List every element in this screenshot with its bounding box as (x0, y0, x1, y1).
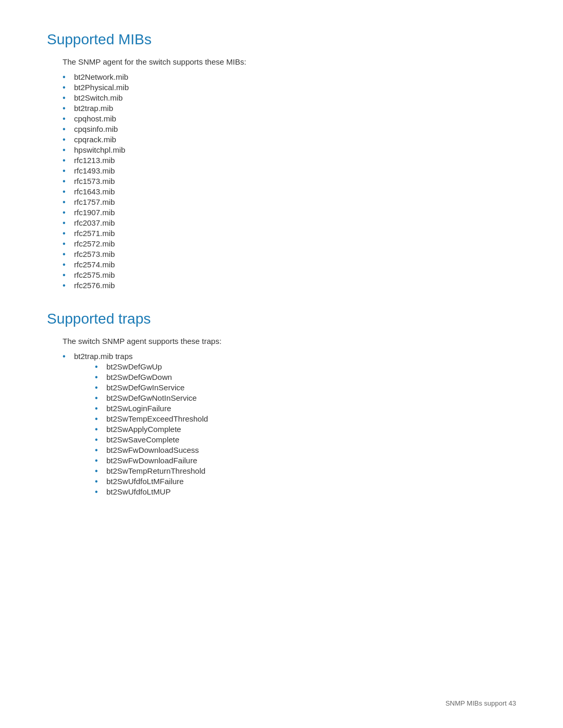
footer-text: SNMP MIBs support 43 (445, 699, 516, 707)
list-item: bt2SwTempExceedThreshold (95, 414, 516, 423)
list-item: rfc2572.mib (63, 239, 516, 248)
list-item: bt2SwFwDownloadFailure (95, 456, 516, 465)
list-item: bt2SwDefGwUp (95, 362, 516, 371)
list-item: rfc2576.mib (63, 281, 516, 290)
list-item: bt2SwUfdfoLtMUP (95, 487, 516, 496)
supported-traps-intro: The switch SNMP agent supports these tra… (63, 337, 516, 346)
list-item: rfc1757.mib (63, 198, 516, 206)
list-item: bt2SwApplyComplete (95, 425, 516, 434)
list-item: bt2trap.mib (63, 104, 516, 113)
supported-traps-list: bt2trap.mib traps bt2SwDefGwUp bt2SwDefG… (63, 352, 516, 496)
list-item: bt2trap.mib traps bt2SwDefGwUp bt2SwDefG… (63, 352, 516, 496)
list-item: rfc2571.mib (63, 229, 516, 238)
list-item: rfc2574.mib (63, 260, 516, 269)
section-supported-mibs: Supported MIBs The SNMP agent for the sw… (47, 31, 516, 290)
list-item: cpqhost.mib (63, 114, 516, 123)
page-footer: SNMP MIBs support 43 (445, 699, 516, 707)
list-item: bt2SwTempReturnThreshold (95, 466, 516, 475)
supported-traps-title: Supported traps (47, 311, 516, 327)
list-item: bt2SwDefGwNotInService (95, 393, 516, 402)
list-item: bt2SwUfdfoLtMFailure (95, 477, 516, 486)
list-item: rfc2575.mib (63, 270, 516, 279)
list-item: bt2SwDefGwDown (95, 373, 516, 381)
list-item: rfc1493.mib (63, 166, 516, 175)
list-item: rfc1213.mib (63, 156, 516, 165)
list-item: bt2SwSaveComplete (95, 435, 516, 444)
list-item: bt2SwFwDownloadSucess (95, 446, 516, 454)
list-item: bt2SwDefGwInService (95, 383, 516, 392)
supported-mibs-list: bt2Network.mib bt2Physical.mib bt2Switch… (63, 72, 516, 290)
list-item: bt2Physical.mib (63, 83, 516, 92)
list-item: rfc2573.mib (63, 250, 516, 258)
list-item: rfc1643.mib (63, 187, 516, 196)
list-item: hpswitchpl.mib (63, 145, 516, 154)
list-item: cpqrack.mib (63, 135, 516, 144)
list-item: cpqsinfo.mib (63, 125, 516, 133)
section-supported-traps: Supported traps The switch SNMP agent su… (47, 311, 516, 496)
list-item: bt2Network.mib (63, 72, 516, 81)
page-content: Supported MIBs The SNMP agent for the sw… (0, 0, 563, 553)
list-item: bt2Switch.mib (63, 93, 516, 102)
list-item: rfc1907.mib (63, 208, 516, 217)
supported-mibs-intro: The SNMP agent for the switch supports t… (63, 57, 516, 66)
supported-mibs-title: Supported MIBs (47, 31, 516, 48)
sub-traps-list: bt2SwDefGwUp bt2SwDefGwDown bt2SwDefGwIn… (95, 362, 516, 496)
list-item: rfc2037.mib (63, 218, 516, 227)
list-item: bt2SwLoginFailure (95, 404, 516, 413)
list-item: rfc1573.mib (63, 177, 516, 186)
